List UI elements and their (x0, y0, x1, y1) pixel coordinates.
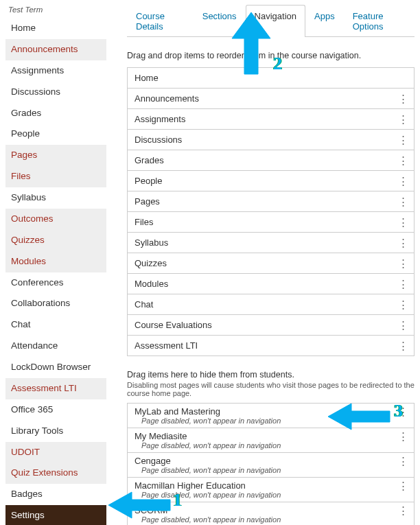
sidebar-item-assignments[interactable]: Assignments (5, 60, 106, 82)
kebab-icon[interactable]: ⋮ (398, 261, 407, 266)
nav-row[interactable]: Assignments⋮ (127, 109, 415, 130)
svg-marker-1 (108, 492, 170, 518)
nav-row-label: Syllabus (135, 237, 168, 248)
sidebar-item-people[interactable]: People (5, 124, 106, 145)
nav-row-label: Assessment LTI (135, 340, 198, 351)
hide-description-1: Drag items here to hide them from studen… (127, 370, 415, 380)
nav-row-label: Grades (135, 155, 164, 165)
nav-row[interactable]: Grades⋮ (127, 150, 415, 171)
nav-row-label: Modules (135, 279, 168, 289)
sidebar: HomeAnnouncementsAssignmentsDiscussionsG… (5, 18, 106, 525)
sidebar-item-discussions[interactable]: Discussions (5, 82, 106, 103)
sidebar-item-quiz-extensions[interactable]: Quiz Extensions (5, 463, 106, 484)
sidebar-item-udoit[interactable]: UDOIT (5, 442, 106, 463)
nav-row[interactable]: Assessment LTI⋮ (127, 336, 415, 356)
kebab-icon[interactable]: ⋮ (398, 344, 407, 348)
kebab-icon[interactable]: ⋮ (398, 241, 407, 245)
kebab-icon[interactable]: ⋮ (398, 303, 407, 307)
annotation-arrow-1 (108, 491, 172, 520)
nav-row[interactable]: Discussions⋮ (127, 130, 415, 150)
tab-feature-options[interactable]: Feature Options (344, 5, 415, 37)
kebab-icon[interactable]: ⋮ (398, 159, 407, 163)
term-label: Test Term (5, 4, 106, 18)
annotation-number-2: 2 (273, 54, 282, 74)
nav-row-label: Assignments (135, 114, 185, 124)
kebab-icon[interactable]: ⋮ (398, 200, 407, 204)
sidebar-item-outcomes[interactable]: Outcomes (5, 209, 106, 230)
sidebar-item-assessment-lti[interactable]: Assessment LTI (5, 378, 106, 399)
kebab-icon[interactable]: ⋮ (398, 509, 407, 513)
annotation-number-1: 1 (173, 490, 182, 511)
kebab-icon[interactable]: ⋮ (398, 323, 407, 327)
nav-row-sub: Page disabled, won't appear in navigatio… (135, 466, 407, 474)
kebab-icon[interactable]: ⋮ (398, 434, 407, 439)
kebab-icon[interactable]: ⋮ (398, 282, 407, 286)
svg-marker-2 (328, 404, 390, 430)
nav-row[interactable]: Chat⋮ (127, 294, 415, 315)
sidebar-item-quizzes[interactable]: Quizzes (5, 230, 106, 251)
nav-row-label: People (135, 176, 162, 186)
tab-course-details[interactable]: Course Details (127, 5, 194, 37)
sidebar-item-office-365[interactable]: Office 365 (5, 399, 106, 421)
annotation-arrow-3 (328, 402, 391, 431)
sidebar-item-settings[interactable]: Settings (5, 505, 106, 525)
kebab-icon[interactable]: ⋮ (398, 484, 407, 488)
nav-row-label: Cengage (135, 456, 171, 466)
nav-row[interactable]: Announcements⋮ (127, 89, 415, 109)
kebab-icon[interactable]: ⋮ (398, 138, 407, 142)
sidebar-item-library-tools[interactable]: Library Tools (5, 421, 106, 442)
nav-row-label: Home (135, 73, 159, 83)
sidebar-item-badges[interactable]: Badges (5, 484, 106, 505)
nav-row[interactable]: Files⋮ (127, 212, 415, 233)
nav-row-label: Pages (135, 196, 160, 207)
sidebar-item-attendance[interactable]: Attendance (5, 336, 106, 357)
sidebar-item-announcements[interactable]: Announcements (5, 39, 106, 60)
nav-row[interactable]: Pages⋮ (127, 191, 415, 212)
nav-row-label: Announcements (135, 93, 199, 104)
kebab-icon[interactable]: ⋮ (398, 459, 407, 463)
sidebar-item-files[interactable]: Files (5, 166, 106, 187)
annotation-number-3: 3 (394, 401, 403, 421)
enabled-nav-list: HomeAnnouncements⋮Assignments⋮Discussion… (127, 67, 415, 356)
sidebar-item-modules[interactable]: Modules (5, 251, 106, 272)
nav-row-label: Quizzes (135, 258, 167, 268)
sidebar-item-chat[interactable]: Chat (5, 314, 106, 336)
kebab-icon[interactable]: ⋮ (398, 179, 407, 183)
nav-row-label: Discussions (135, 135, 182, 145)
sidebar-item-collaborations[interactable]: Collaborations (5, 293, 106, 314)
nav-row-disabled[interactable]: Cengage⋮Page disabled, won't appear in n… (127, 453, 415, 478)
nav-row-label: MyLab and Mastering (135, 406, 220, 417)
nav-row-label: My Mediasite (135, 431, 187, 441)
nav-row-sub: Page disabled, won't appear in navigatio… (135, 441, 407, 450)
nav-row[interactable]: Course Evaluations⋮ (127, 315, 415, 336)
sidebar-item-pages[interactable]: Pages (5, 145, 106, 166)
nav-row-sub: Page disabled, won't appear in navigatio… (135, 515, 407, 524)
kebab-icon[interactable]: ⋮ (398, 117, 407, 121)
svg-marker-0 (232, 12, 270, 74)
sidebar-item-conferences[interactable]: Conferences (5, 272, 106, 294)
nav-row-label: Macmillan Higher Education (135, 480, 246, 491)
hide-description-2: Disabling most pages will cause students… (127, 381, 415, 397)
nav-row-label: Chat (135, 299, 153, 310)
nav-row-label: Files (135, 217, 153, 227)
nav-row[interactable]: People⋮ (127, 171, 415, 191)
sidebar-item-home[interactable]: Home (5, 18, 106, 39)
nav-row-disabled[interactable]: My Mediasite⋮Page disabled, won't appear… (127, 428, 415, 453)
sidebar-item-lockdown-browser[interactable]: LockDown Browser (5, 357, 106, 378)
tab-apps[interactable]: Apps (305, 5, 344, 37)
nav-row[interactable]: Syllabus⋮ (127, 233, 415, 253)
nav-row[interactable]: Quizzes⋮ (127, 253, 415, 274)
annotation-arrow-2 (231, 12, 272, 75)
kebab-icon[interactable]: ⋮ (398, 97, 407, 101)
nav-row[interactable]: Modules⋮ (127, 274, 415, 294)
kebab-icon[interactable]: ⋮ (398, 220, 407, 224)
sidebar-item-syllabus[interactable]: Syllabus (5, 187, 106, 209)
nav-row-label: Course Evaluations (135, 320, 212, 330)
sidebar-item-grades[interactable]: Grades (5, 103, 106, 124)
